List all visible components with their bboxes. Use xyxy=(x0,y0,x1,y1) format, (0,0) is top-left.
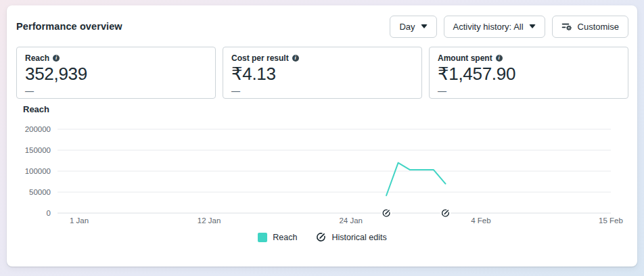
legend-label: Reach xyxy=(273,233,297,242)
chevron-down-icon xyxy=(421,24,428,28)
chart-title: Reach xyxy=(23,104,628,114)
historical-edit-marker[interactable] xyxy=(440,208,451,218)
metric-secondary: — xyxy=(231,86,413,96)
reach-line-chart: 0500001000001500002000001 Jan12 Jan24 Ja… xyxy=(23,116,628,226)
info-icon[interactable]: i xyxy=(496,55,503,62)
x-axis-tick: 15 Feb xyxy=(599,216,623,225)
metric-cards: Reach i 352,939 — Cost per result i ₹4.1… xyxy=(16,47,628,99)
chevron-down-icon xyxy=(529,24,536,28)
reach-swatch-icon xyxy=(258,233,267,242)
chart-legend: Reach Historical edits xyxy=(16,232,628,242)
historical-edit-icon xyxy=(316,232,326,242)
metric-label: Amount spent xyxy=(438,53,492,63)
metric-card-amount-spent: Amount spent i ₹1,457.90 — xyxy=(429,47,628,99)
page-title: Performance overview xyxy=(16,21,122,32)
x-axis-tick: 12 Jan xyxy=(198,216,221,225)
info-icon[interactable]: i xyxy=(53,55,60,62)
metric-secondary: — xyxy=(438,86,620,96)
day-dropdown-label: Day xyxy=(399,22,415,32)
x-axis-ticks: 1 Jan12 Jan24 Jan4 Feb15 Feb xyxy=(70,216,623,225)
y-axis-tick: 50000 xyxy=(29,188,51,196)
historical-edit-marker[interactable] xyxy=(381,208,392,218)
metric-secondary: — xyxy=(25,86,207,96)
metric-label: Cost per result xyxy=(231,53,289,63)
y-axis-tick: 0 xyxy=(47,209,51,217)
legend-item-historical-edits: Historical edits xyxy=(316,232,386,242)
x-axis-tick: 4 Feb xyxy=(471,216,490,225)
x-axis-tick: 1 Jan xyxy=(70,216,89,225)
panel-header: Performance overview Day Activity histor… xyxy=(16,15,628,38)
activity-history-dropdown-button[interactable]: Activity history: All xyxy=(444,16,545,38)
x-axis-tick: 24 Jan xyxy=(339,216,363,225)
y-axis-tick: 100000 xyxy=(25,167,51,175)
metric-value: 352,939 xyxy=(25,64,207,85)
customise-button[interactable]: Customise xyxy=(552,16,628,38)
y-axis-tick: 150000 xyxy=(25,146,51,154)
page-background: Performance overview Day Activity histor… xyxy=(0,0,644,276)
metric-card-cost-per-result: Cost per result i ₹4.13 — xyxy=(223,47,422,99)
metric-card-reach: Reach i 352,939 — xyxy=(16,47,216,99)
metric-label: Reach xyxy=(25,53,49,63)
customise-label: Customise xyxy=(578,22,619,32)
performance-overview-panel: Performance overview Day Activity histor… xyxy=(7,5,637,267)
metric-value: ₹1,457.90 xyxy=(438,64,620,85)
metric-value: ₹4.13 xyxy=(231,64,413,85)
reach-series-line xyxy=(386,163,445,196)
toolbar: Day Activity history: All xyxy=(390,16,628,38)
legend-item-reach: Reach xyxy=(258,233,297,242)
customise-gear-icon xyxy=(561,21,572,32)
activity-history-label: Activity history: All xyxy=(453,22,524,32)
info-icon[interactable]: i xyxy=(292,55,299,62)
legend-label: Historical edits xyxy=(331,233,386,242)
y-axis-tick: 200000 xyxy=(25,125,51,133)
y-gridlines: 050000100000150000200000 xyxy=(25,125,611,217)
day-dropdown-button[interactable]: Day xyxy=(390,16,436,38)
